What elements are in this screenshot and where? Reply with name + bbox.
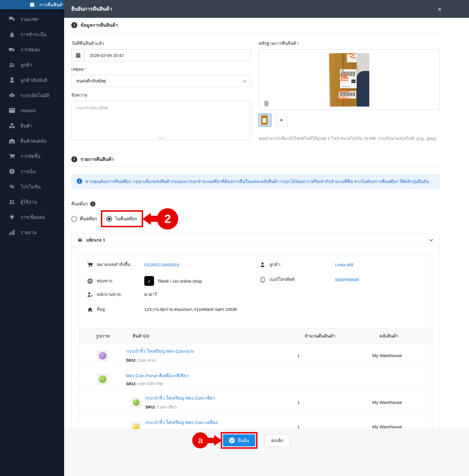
return-confirm-modal: ยืนยันการคืนสินค้า × i ข้อมูลการคืนสินค้… — [64, 0, 469, 476]
modal-header: ยืนยันการคืนสินค้า × — [64, 0, 469, 18]
svg-text:$: $ — [11, 169, 13, 174]
sidebar-item-label: โปรโมชั่น — [20, 183, 41, 190]
modal-title: ยืนยันการคืนสินค้า — [71, 5, 112, 13]
order-info-card: หมายเลขคำสั่งซื้อ: OD260119000016 ลูกค้า… — [79, 254, 432, 439]
return-date-input[interactable]: 2026-02-04 10:42 — [85, 49, 251, 61]
sidebar-item-finance[interactable]: $ การเงิน — [0, 164, 64, 179]
product-image-green — [97, 373, 108, 385]
evidence-label: หลักฐานการคืนสินค้า — [259, 40, 440, 47]
info-circle-icon: i — [71, 156, 77, 162]
product-link[interactable]: กระเป๋าจิ๋ว ใส่เหรียญ Mini Coin-เหลือง — [145, 419, 217, 426]
resize-grip[interactable] — [158, 137, 165, 139]
phone-field: เบอร์โทรศัพท์: 0958599688 — [260, 276, 432, 283]
sidebar-item-reports[interactable]: รายงาน — [0, 225, 64, 240]
annotation-step-a-badge: a — [192, 432, 208, 448]
sidebar-item-purchasing[interactable]: การจัดซื้อ — [0, 149, 64, 164]
stock-return-options: คืนสต๊อก ไม่คืนสต๊อก 2 — [71, 210, 469, 227]
globe-icon — [87, 278, 93, 284]
customer-link[interactable]: Linda Mill — [335, 262, 353, 267]
sidebar-item-label: เซลเพจ — [20, 107, 36, 114]
evidence-preview-box: 14 JDT — [259, 49, 440, 110]
cart-icon — [87, 262, 93, 267]
radio-selected-icon[interactable] — [106, 216, 112, 222]
table-row: Mini Coin Purse-สีเหลือง+สีเขียว SKU: co… — [79, 368, 432, 390]
cancel-button[interactable]: ยกเลิก — [265, 434, 290, 446]
sku-value: Coin-เขียว — [157, 404, 176, 409]
sidebar-item-integrations[interactable]: การเชื่อมต่อ — [0, 209, 64, 225]
uploaded-image-thumbnail[interactable] — [259, 114, 271, 126]
package-panel: แพ็กเกจ 1 หมายเลขคำสั่งซื้อ: OD260119000… — [71, 234, 440, 447]
sidebar-item-label: สินค้า — [20, 122, 32, 130]
channel-field: ช่องทาง: ♪ Tiktok / cici online shop — [87, 276, 260, 286]
channel-value: Tiktok / cici online shop — [157, 279, 202, 284]
message-label: ข้อความ — [71, 92, 251, 99]
product-image-green — [131, 397, 141, 408]
chat-icon — [9, 16, 15, 22]
sidebar-item-label: ผู้ใช้งาน — [20, 198, 37, 206]
order-number-link[interactable]: OD260119000016 — [144, 262, 179, 267]
plug-icon — [9, 214, 15, 220]
sidebar-item-customers[interactable]: ลูกค้า — [0, 57, 64, 72]
annotation-step2: 2 — [143, 208, 178, 230]
annotation-step2-badge: 2 — [157, 208, 178, 230]
sidebar-item-salepage[interactable]: เซลเพจ — [0, 103, 64, 118]
stock-return-label: คืนสต๊อก i — [71, 201, 469, 207]
sidebar-item-returns-active[interactable]: การคืนสินค้า — [0, 0, 64, 9]
sidebar-item-label: การจัดส่ง — [20, 46, 40, 53]
sku-value: coin-GR+YW — [138, 381, 163, 386]
package-title: แพ็กเกจ 1 — [86, 236, 105, 244]
sidebar-item-label: การเชื่อมต่อ — [20, 213, 45, 221]
annotation-arrow-right-icon — [214, 435, 222, 446]
sidebar-item-chats[interactable]: รวมแชท — [0, 11, 64, 27]
info-circle-icon: i — [77, 178, 82, 184]
product-link[interactable]: Mini Coin Purse-สีเหลือง+สีเขียว — [126, 372, 297, 379]
package-header[interactable]: แพ็กเกจ 1 — [72, 234, 439, 246]
sidebar-item-shipping[interactable]: การจัดส่ง — [0, 42, 64, 57]
confirm-button[interactable]: ยืนยัน — [223, 434, 255, 446]
sidebar-item-label: การเงิน — [20, 168, 36, 175]
product-link[interactable]: กระเป๋าจิ๋ว ใส่เหรียญ Mini Coin-เขียว — [145, 394, 215, 402]
col-image: รูปภาพ — [79, 329, 126, 344]
return-box-icon — [30, 2, 35, 7]
upload-hint: คุณสามารถเลือกอัปโหลดไฟล์ได้สูงสุด 5 ไฟล… — [259, 135, 440, 142]
radio-no-return-stock[interactable]: ไม่คืนสต๊อก — [106, 215, 137, 222]
chevron-down-icon — [243, 79, 247, 83]
person-headset-icon — [9, 77, 15, 83]
radio-return-stock[interactable]: คืนสต๊อก — [71, 215, 97, 222]
package-icon — [78, 238, 82, 242]
seller-field: พนักงานขาย: มายาวี — [87, 291, 260, 298]
sidebar-item-label: การคืนสินค้า — [39, 1, 65, 8]
sidebar-item-crm[interactable]: ลูกค้าสัมพันธ์ — [0, 72, 64, 88]
product-image-purple — [97, 350, 108, 361]
reason-select[interactable]: ขนส่งตีกลับพัสดุ — [71, 75, 251, 87]
sidebar-item-label: รวมแชท — [20, 16, 38, 23]
message-textarea[interactable]: กรอกรายละเอียด — [71, 101, 251, 140]
phone-link[interactable]: 0958599688 — [335, 277, 359, 282]
return-date-input-group: 2026-02-04 10:42 — [71, 49, 251, 61]
chevron-down-icon[interactable] — [429, 238, 433, 242]
order-number-field: หมายเลขคำสั่งซื้อ: OD260119000016 — [87, 261, 260, 268]
close-icon[interactable]: × — [438, 6, 441, 12]
add-image-button[interactable]: + — [275, 114, 288, 126]
info-circle-icon: i — [90, 201, 95, 207]
radio-unselected-icon[interactable] — [71, 216, 77, 222]
section-return-info: i ข้อมูลการคืนสินค้า — [71, 18, 440, 32]
sidebar-item-users[interactable]: ผู้ใช้งาน — [0, 194, 64, 209]
package-body: หมายเลขคำสั่งซื้อ: OD260119000016 ลูกค้า… — [72, 246, 439, 447]
section-title: ข้อมูลการคืนสินค้า — [80, 22, 118, 29]
table-row: กระเป๋าจิ๋ว ใส่เหรียญ Mini Coin-เขียว SK… — [79, 390, 432, 415]
sidebar-item-automation[interactable]: ระบบอัตโนมัติ — [0, 88, 64, 103]
address-field: ที่อยู่: 123,กระทุ่มราย,หนองจอก,กรุงเทพม… — [87, 306, 432, 313]
sidebar-item-label: การจัดซื้อ — [20, 153, 41, 160]
sidebar-item-inventory[interactable]: สินค้าคงคลัง — [0, 133, 64, 149]
reason-selected-value: ขนส่งตีกลับพัสดุ — [76, 78, 106, 84]
sidebar-item-products[interactable]: สินค้า — [0, 118, 64, 133]
calendar-icon[interactable] — [72, 49, 85, 61]
dollar-circle-icon: $ — [9, 169, 15, 174]
delete-image-icon[interactable] — [264, 101, 269, 106]
alert-text: หากคุณต้องการคืนสต๊อก กรุณาเลือกคลังสินค… — [85, 178, 429, 185]
product-link[interactable]: กระเป๋าจิ๋ว ใส่เหรียญ Mini Coin-ม่วง — [126, 348, 297, 355]
sidebar-item-payments[interactable]: $ การชำระเงิน — [0, 27, 64, 42]
sidebar-item-promotions[interactable]: % โปรโมชั่น — [0, 179, 64, 194]
sidebar-item-label: ลูกค้าสัมพันธ์ — [20, 76, 47, 84]
